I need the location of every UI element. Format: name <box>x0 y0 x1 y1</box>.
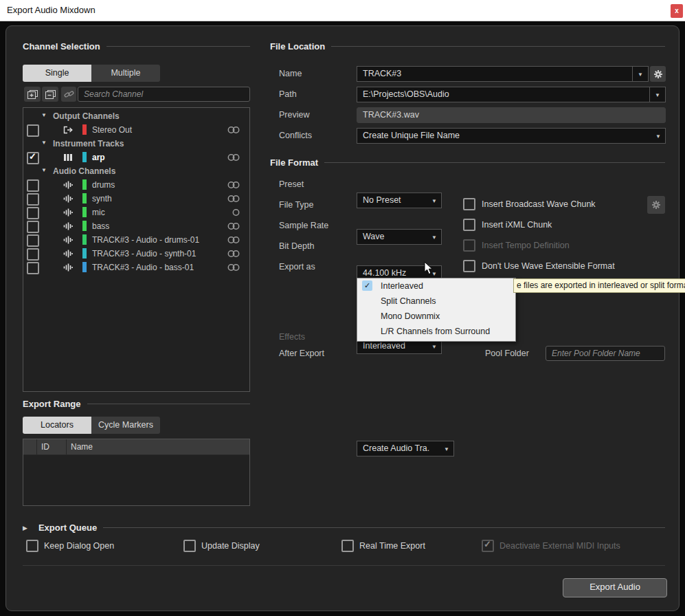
menu-item-label: Interleaved <box>381 281 423 291</box>
divider <box>324 162 665 163</box>
export-audio-button[interactable]: Export Audio <box>563 578 667 597</box>
channel-tree: ▼ Output Channels Stereo Out ▼ Instrumen… <box>23 107 250 392</box>
tree-row-bass[interactable]: bass <box>23 219 249 233</box>
channel-checkbox[interactable] <box>27 262 39 274</box>
tab-single[interactable]: Single <box>23 65 91 82</box>
search-channel-input[interactable] <box>78 87 250 102</box>
tab-locators[interactable]: Locators <box>23 417 91 434</box>
option-label: Update Display <box>201 541 260 551</box>
tree-row-synth[interactable]: synth <box>23 192 249 206</box>
update-display-checkbox[interactable] <box>183 540 196 552</box>
after-export-dropdown[interactable]: Create Audio Tra.▼ <box>357 441 454 456</box>
chevron-down-icon: ▼ <box>655 92 660 98</box>
channel-color-bar <box>82 207 87 217</box>
name-field[interactable]: TRACK#3 <box>357 66 633 82</box>
path-field[interactable]: E:\Projects\OBS\Audio <box>357 87 650 102</box>
tab-multiple[interactable]: Multiple <box>91 65 160 82</box>
pool-folder-input[interactable] <box>546 346 665 361</box>
audio-waveform-icon <box>63 222 73 230</box>
channel-label: synth <box>92 194 112 204</box>
option-label: Don't Use Wave Extensible Format <box>482 261 615 271</box>
chevron-right-icon[interactable]: ▶ <box>23 525 27 531</box>
sample-rate-label: Sample Rate <box>279 221 328 230</box>
channel-checkbox[interactable]: ✓ <box>27 152 39 164</box>
tree-row-drums[interactable]: drums <box>23 178 249 192</box>
insert-ixml-checkbox[interactable] <box>463 219 475 231</box>
menu-item-split-channels[interactable]: Split Channels <box>357 294 515 309</box>
option-label: Real Time Export <box>359 541 425 551</box>
preset-dropdown[interactable]: No Preset▼ <box>357 192 442 208</box>
link-icon <box>64 90 74 99</box>
tab-cycle-markers[interactable]: Cycle Markers <box>91 417 160 434</box>
chevron-down-icon[interactable]: ▼ <box>41 112 47 118</box>
channel-label: drums <box>92 180 115 190</box>
file-type-dropdown[interactable]: Wave▼ <box>357 229 442 245</box>
file-format-title: File Format <box>270 157 318 168</box>
tree-group-output-channels[interactable]: ▼ Output Channels <box>23 109 249 123</box>
audio-waveform-icon <box>63 236 73 244</box>
range-table-body[interactable] <box>23 455 249 506</box>
channel-checkbox[interactable] <box>27 221 39 233</box>
naming-scheme-button[interactable] <box>650 66 666 82</box>
channel-checkbox[interactable] <box>27 193 39 206</box>
sample-rate-value: 44.100 kHz <box>363 268 406 278</box>
insert-broadcast-wave-checkbox[interactable] <box>463 198 475 210</box>
tree-group-instrument-tracks[interactable]: ▼ Instrument Tracks <box>23 137 249 151</box>
channel-checkbox[interactable] <box>27 248 39 261</box>
window-titlebar: Export Audio Mixdown x <box>0 0 685 21</box>
menu-item-mono-downmix[interactable]: Mono Downmix <box>357 309 515 324</box>
channel-checkbox[interactable] <box>27 124 39 137</box>
real-time-export-checkbox[interactable] <box>341 540 354 552</box>
close-icon[interactable]: x <box>671 4 683 18</box>
option-label: Keep Dialog Open <box>44 541 114 551</box>
output-bus-icon <box>63 126 74 134</box>
chevron-down-icon[interactable]: ▼ <box>41 140 47 146</box>
keep-dialog-open-checkbox[interactable] <box>26 540 38 552</box>
tree-group-audio-channels[interactable]: ▼ Audio Channels <box>23 164 249 178</box>
expand-all-button[interactable] <box>24 87 41 102</box>
menu-item-interleaved[interactable]: ✓ Interleaved <box>357 278 515 294</box>
link-selection-button[interactable] <box>61 87 76 102</box>
path-dropdown[interactable]: ▼ <box>649 87 666 102</box>
tree-row-track3-drums[interactable]: TRACK#3 - Audio - drums-01 <box>23 233 249 247</box>
export-range-tabs: Locators Cycle Markers <box>23 417 160 434</box>
column-select <box>23 439 37 454</box>
tree-row-arp[interactable]: ✓ arp <box>23 151 249 164</box>
deactivate-external-midi-checkbox: ✓ <box>482 540 494 552</box>
channel-color-bar <box>82 262 87 272</box>
tree-row-mic[interactable]: mic <box>23 206 249 219</box>
export-as-label: Export as <box>279 262 315 272</box>
collapse-all-icon <box>45 90 56 99</box>
channel-checkbox[interactable] <box>27 234 39 247</box>
insert-tempo-checkbox <box>463 239 475 252</box>
audio-waveform-icon <box>63 250 73 258</box>
channel-color-bar <box>82 248 87 258</box>
divider <box>106 46 250 47</box>
tree-row-stereo-out[interactable]: Stereo Out <box>23 123 249 137</box>
divider <box>103 527 665 528</box>
file-format-header: File Format <box>270 157 665 168</box>
window-title: Export Audio Mixdown <box>7 5 96 15</box>
channel-checkbox[interactable] <box>27 207 39 219</box>
broadcast-wave-settings-button <box>647 196 665 214</box>
name-history-dropdown[interactable]: ▼ <box>632 66 649 82</box>
menu-item-label: L/R Channels from Surround <box>381 327 490 336</box>
wave-extensible-checkbox[interactable] <box>463 260 475 272</box>
conflicts-dropdown[interactable]: Create Unique File Name▼ <box>357 128 666 144</box>
file-type-value: Wave <box>363 232 385 241</box>
channel-label: mic <box>92 208 105 217</box>
check-icon: ✓ <box>362 280 372 291</box>
tree-row-track3-bass[interactable]: TRACK#3 - Audio - bass-01 <box>23 261 249 274</box>
collapse-all-button[interactable] <box>42 87 58 102</box>
channel-mode-tabs: Single Multiple <box>23 65 160 82</box>
chevron-down-icon[interactable]: ▼ <box>41 167 47 173</box>
menu-item-lr-from-surround[interactable]: L/R Channels from Surround <box>357 324 515 339</box>
stereo-icon <box>227 181 241 189</box>
export-queue-header[interactable]: ▶ Export Queue <box>23 522 665 533</box>
tree-row-track3-synth[interactable]: TRACK#3 - Audio - synth-01 <box>23 247 249 261</box>
channel-label: bass <box>92 221 109 231</box>
stereo-icon <box>227 126 241 134</box>
channel-checkbox[interactable] <box>27 179 39 192</box>
name-label: Name <box>279 69 302 78</box>
divider <box>331 46 665 47</box>
